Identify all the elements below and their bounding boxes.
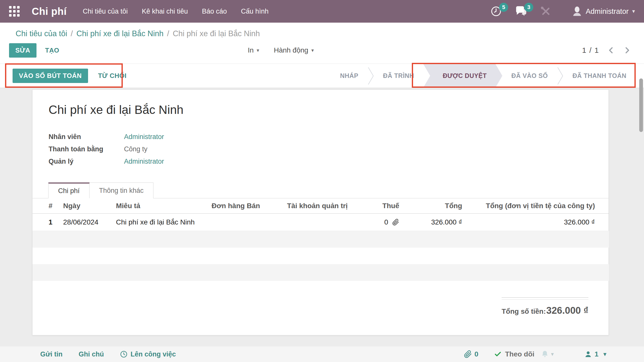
debug-tools-button[interactable] xyxy=(540,6,551,17)
field-paid-by: Thanh toán bằng Công ty xyxy=(49,143,592,155)
breadcrumb-separator: / xyxy=(71,29,73,38)
log-note-button[interactable]: Ghi chú xyxy=(79,350,104,358)
paperclip-icon xyxy=(464,350,472,358)
user-name: Administrator xyxy=(586,7,629,16)
total-amount-value: 326.000 ₫ xyxy=(546,305,588,316)
step-separator-icon xyxy=(368,64,374,88)
status-step-paid[interactable]: ĐÃ THANH TOÁN xyxy=(564,64,635,88)
top-menu: Chi tiêu của tôi Kê khai chi tiêu Báo cá… xyxy=(83,8,268,15)
topbar-systray: 5 3 Administrator ▾ xyxy=(491,6,644,17)
tab-expense[interactable]: Chi phí xyxy=(48,183,90,198)
breadcrumb: Chi tiêu của tôi / Chi phí xe đi lại Bắc… xyxy=(0,23,644,38)
field-manager: Quản lý Administrator xyxy=(49,155,592,168)
messages-button[interactable]: 3 xyxy=(515,6,527,17)
menu-item-configuration[interactable]: Cấu hình xyxy=(241,8,269,15)
notebook-tabs: Chi phí Thông tin khác xyxy=(32,182,609,198)
pager-next-button[interactable] xyxy=(623,46,631,55)
expense-lines-table: # Ngày Miêu tả Đơn hàng Bán Tài khoản qu… xyxy=(32,198,609,281)
print-dropdown[interactable]: In▾ xyxy=(248,46,259,54)
user-menu[interactable]: Administrator ▾ xyxy=(572,6,635,17)
table-header-row: # Ngày Miêu tả Đơn hàng Bán Tài khoản qu… xyxy=(32,198,609,214)
field-employee: Nhân viên Administrator xyxy=(49,131,592,143)
edit-button[interactable]: SỬA xyxy=(9,43,36,58)
column-index: # xyxy=(32,198,60,214)
breadcrumb-current: Chi phí xe đi lại Bắc Ninh xyxy=(173,29,260,38)
step-separator-icon xyxy=(557,64,564,88)
empty-row xyxy=(32,231,609,248)
attachments-button[interactable]: 0 xyxy=(464,350,478,358)
tools-icon xyxy=(540,6,551,17)
cell-index: 1 xyxy=(32,214,60,231)
status-step-approved[interactable]: ĐƯỢC DUYỆT xyxy=(423,64,502,88)
empty-row xyxy=(32,248,609,264)
cell-description[interactable]: Chi phí xe đi lại Bắc Ninh xyxy=(113,214,209,231)
action-dropdown[interactable]: Hành động▾ xyxy=(274,46,314,54)
breadcrumb-separator: / xyxy=(167,29,169,38)
clock-icon xyxy=(120,350,128,358)
status-step-submitted[interactable]: ĐÃ TRÌNH xyxy=(374,64,423,88)
chevron-down-icon: ▾ xyxy=(551,351,554,357)
chevron-down-icon: ▾ xyxy=(603,351,606,357)
follow-toggle[interactable]: Theo dõi xyxy=(494,350,535,358)
post-journal-entries-button[interactable]: VÀO SỔ BÚT TOÁN xyxy=(13,69,88,83)
cell-tax[interactable]: 0 xyxy=(354,214,402,231)
cell-date[interactable]: 28/06/2024 xyxy=(60,214,113,231)
status-step-posted[interactable]: ĐÃ VÀO SỔ xyxy=(502,64,557,88)
field-manager-value[interactable]: Administrator xyxy=(124,158,164,165)
field-employee-label: Nhân viên xyxy=(49,133,124,141)
menu-item-reporting[interactable]: Báo cáo xyxy=(202,8,227,15)
send-message-button[interactable]: Gửi tin xyxy=(40,350,63,358)
avatar-icon xyxy=(572,6,582,17)
chevron-down-icon: ▾ xyxy=(257,47,259,53)
column-tax: Thuế xyxy=(354,198,402,214)
activities-badge: 5 xyxy=(499,3,508,12)
status-step-draft[interactable]: NHÁP xyxy=(331,64,368,88)
column-total-company-currency: Tổng (đơn vị tiền tệ của công ty) xyxy=(465,198,609,214)
record-actions: In▾ Hành động▾ xyxy=(248,38,314,62)
create-button[interactable]: TẠO xyxy=(45,47,59,54)
cell-total-company-currency: 326.000 ₫ xyxy=(465,214,609,231)
field-manager-label: Quản lý xyxy=(49,158,124,165)
breadcrumb-link-my-expenses[interactable]: Chi tiêu của tôi xyxy=(16,29,67,38)
cell-analytic-account[interactable] xyxy=(284,214,354,231)
control-buttons-row: SỬA TẠO In▾ Hành động▾ 1 / 1 xyxy=(0,38,644,62)
menu-item-expense-reports[interactable]: Kê khai chi tiêu xyxy=(142,8,188,15)
total-amount-block: Tổng số tiền: 326.000 ₫ xyxy=(502,297,588,316)
tab-other-info[interactable]: Thông tin khác xyxy=(90,183,153,198)
column-description: Miêu tả xyxy=(113,198,209,214)
followers-count: 1 xyxy=(594,350,598,358)
status-pipeline: NHÁP ĐÃ TRÌNH ĐƯỢC DUYỆT ĐÃ VÀO SỔ ĐÃ TH… xyxy=(331,64,635,88)
empty-row xyxy=(32,264,609,281)
breadcrumb-link-report[interactable]: Chi phí xe đi lại Bắc Ninh xyxy=(76,29,164,38)
menu-item-my-expenses[interactable]: Chi tiêu của tôi xyxy=(83,8,128,15)
form-sheet: Chi phí xe đi lại Bắc Ninh Nhân viên Adm… xyxy=(32,89,609,335)
column-date: Ngày xyxy=(60,198,113,214)
form-view: Chi phí xe đi lại Bắc Ninh Nhân viên Adm… xyxy=(0,88,644,346)
vertical-scrollbar[interactable] xyxy=(639,78,643,132)
cell-sale-order[interactable] xyxy=(209,214,284,231)
statusbar-buttons: VÀO SỔ BÚT TOÁN TỪ CHỐI xyxy=(13,69,127,83)
chatter-bar: Gửi tin Ghi chú Lên công việc 0 Theo dõi… xyxy=(0,346,644,362)
cell-total[interactable]: 326.000 ₫ xyxy=(402,214,465,231)
paperclip-icon[interactable] xyxy=(392,219,399,226)
chevron-down-icon: ▾ xyxy=(632,8,635,15)
total-amount-label: Tổng số tiền: xyxy=(502,307,546,315)
app-name[interactable]: Chi phí xyxy=(32,6,67,17)
table-row[interactable]: 1 28/06/2024 Chi phí xe đi lại Bắc Ninh … xyxy=(32,214,609,231)
followers-button[interactable]: 1 ▾ xyxy=(584,350,606,358)
chevron-down-icon: ▾ xyxy=(311,47,314,53)
messages-badge: 3 xyxy=(524,3,533,12)
pager-previous-button[interactable] xyxy=(607,46,615,55)
pager: 1 / 1 xyxy=(582,38,631,62)
schedule-activity-button[interactable]: Lên công việc xyxy=(120,350,176,358)
field-employee-value[interactable]: Administrator xyxy=(124,133,164,141)
subscription-dropdown[interactable]: ▾ xyxy=(541,350,554,358)
apps-menu-button[interactable] xyxy=(6,0,23,23)
control-panel: Chi tiêu của tôi / Chi phí xe đi lại Bắc… xyxy=(0,23,644,64)
total-rule xyxy=(502,297,588,298)
refuse-button[interactable]: TỪ CHỐI xyxy=(98,72,127,80)
record-title: Chi phí xe đi lại Bắc Ninh xyxy=(49,103,592,117)
activities-button[interactable]: 5 xyxy=(491,6,502,17)
column-analytic-account: Tài khoản quản trị xyxy=(284,198,354,214)
column-total: Tổng xyxy=(402,198,465,214)
